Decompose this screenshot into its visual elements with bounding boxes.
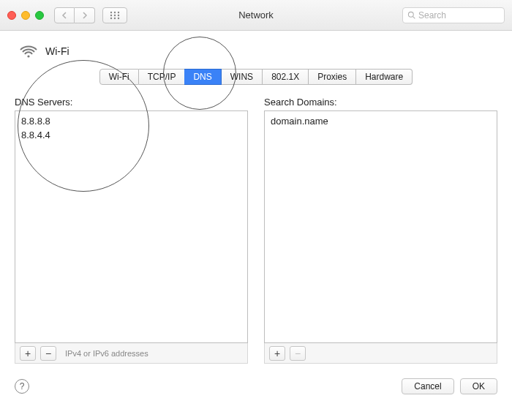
dns-hint: IPv4 or IPv6 addresses	[65, 349, 148, 358]
svg-point-3	[110, 14, 112, 15]
dns-servers-list[interactable]: 8.8.8.8 8.8.4.4	[15, 110, 248, 343]
chevron-left-icon	[61, 12, 67, 19]
tab-8021x[interactable]: 802.1X	[263, 69, 309, 85]
svg-point-8	[118, 17, 119, 18]
tab-tcpip[interactable]: TCP/IP	[139, 69, 185, 85]
svg-point-9	[408, 12, 413, 17]
svg-point-1	[114, 11, 116, 12]
search-domains-label: Search Domains:	[264, 97, 497, 108]
tab-proxies[interactable]: Proxies	[309, 69, 356, 85]
tab-wins[interactable]: WINS	[222, 69, 263, 85]
window-controls	[7, 11, 44, 20]
search-icon	[407, 11, 415, 19]
interface-header: Wi-Fi	[15, 41, 497, 66]
show-all-button[interactable]	[102, 7, 127, 23]
add-domain-button[interactable]: +	[269, 346, 285, 361]
zoom-window-button[interactable]	[35, 11, 44, 20]
ok-button[interactable]: OK	[460, 378, 497, 394]
list-item[interactable]: domain.name	[271, 114, 491, 128]
svg-point-7	[114, 17, 116, 18]
svg-point-5	[118, 14, 119, 15]
remove-dns-button[interactable]: −	[40, 346, 56, 361]
tab-dns[interactable]: DNS	[184, 69, 221, 85]
wifi-icon	[19, 44, 38, 59]
close-window-button[interactable]	[7, 11, 16, 20]
help-button[interactable]: ?	[15, 379, 29, 394]
dns-list-footer: + − IPv4 or IPv6 addresses	[15, 343, 248, 364]
tab-hardware[interactable]: Hardware	[356, 69, 413, 85]
grid-icon	[110, 11, 120, 20]
tab-wifi[interactable]: Wi-Fi	[99, 69, 139, 85]
search-domains-list[interactable]: domain.name	[264, 110, 497, 343]
domains-list-footer: + −	[264, 343, 497, 364]
tab-bar: Wi-Fi TCP/IP DNS WINS 802.1X Proxies Har…	[15, 69, 497, 85]
list-item[interactable]: 8.8.4.4	[21, 128, 241, 142]
search-field[interactable]: Search	[402, 7, 505, 23]
remove-domain-button[interactable]: −	[290, 346, 306, 361]
forward-button[interactable]	[75, 7, 95, 23]
add-dns-button[interactable]: +	[20, 346, 36, 361]
svg-point-11	[27, 55, 29, 57]
nav-buttons	[54, 7, 95, 23]
svg-point-6	[110, 17, 112, 18]
svg-point-0	[110, 11, 112, 12]
chevron-right-icon	[82, 12, 88, 19]
dns-servers-label: DNS Servers:	[15, 97, 248, 108]
minimize-window-button[interactable]	[21, 11, 30, 20]
interface-name: Wi-Fi	[45, 45, 69, 57]
svg-line-10	[413, 17, 415, 19]
cancel-button[interactable]: Cancel	[402, 378, 453, 394]
svg-point-2	[118, 11, 119, 12]
titlebar: Network Search	[0, 0, 512, 31]
svg-point-4	[114, 14, 116, 15]
back-button[interactable]	[54, 7, 75, 23]
list-item[interactable]: 8.8.8.8	[21, 114, 241, 128]
search-placeholder: Search	[418, 10, 446, 20]
